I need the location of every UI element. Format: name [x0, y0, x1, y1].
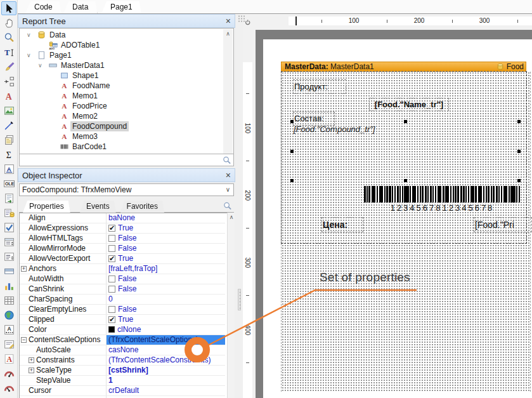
- tree-scrollbar[interactable]: ∧ ∨: [223, 29, 233, 164]
- tree-item-foodprice[interactable]: AFoodPrice: [20, 101, 223, 111]
- close-icon[interactable]: ×: [226, 170, 231, 180]
- tree-search-input[interactable]: [21, 155, 211, 165]
- memo-product-label[interactable]: Продукт:: [294, 81, 345, 93]
- grid-toggle-icon[interactable]: [237, 15, 250, 25]
- checkbox-icon[interactable]: [108, 225, 115, 232]
- property-value[interactable]: crDefault: [107, 386, 225, 395]
- property-row-canshrink[interactable]: CanShrinkFalse: [20, 284, 225, 295]
- property-value[interactable]: [fraLeft,fraTop]: [107, 264, 225, 274]
- pdf-object-icon[interactable]: A: [1, 352, 16, 366]
- panel-splitter[interactable]: [235, 14, 243, 398]
- memo-price-label[interactable]: Цена:: [323, 218, 362, 231]
- listbox-object-icon[interactable]: [1, 235, 16, 249]
- tab-page1[interactable]: Page1: [101, 1, 141, 13]
- inspector-tab-properties[interactable]: Properties: [23, 201, 70, 213]
- selection-handle[interactable]: [517, 120, 521, 123]
- property-row-clipped[interactable]: ClippedTrue: [20, 315, 225, 325]
- inspector-tab-events[interactable]: Events: [80, 201, 116, 213]
- property-row-charspacing[interactable]: CharSpacing0: [20, 295, 225, 305]
- search-icon[interactable]: [223, 201, 232, 211]
- property-value[interactable]: False: [107, 284, 225, 294]
- checkbox-icon[interactable]: [108, 255, 115, 262]
- property-row-color[interactable]: ColorclNone: [20, 325, 225, 335]
- property-value[interactable]: False: [107, 234, 225, 243]
- property-value[interactable]: (TfrxContentScaleOptions): [107, 335, 225, 345]
- map-object-icon[interactable]: [1, 308, 16, 322]
- property-row-allowhtmltags[interactable]: AllowHTMLTagsFalse: [20, 234, 225, 244]
- checkbox-icon[interactable]: [108, 286, 115, 293]
- barcode-object[interactable]: [364, 186, 521, 202]
- shape-object-icon[interactable]: [1, 264, 16, 278]
- gauge-object-icon[interactable]: [1, 366, 16, 380]
- property-value[interactable]: False: [107, 274, 225, 284]
- property-row-contentscaleoptions[interactable]: −ContentScaleOptions(TfrxContentScaleOpt…: [20, 335, 225, 345]
- property-value[interactable]: True: [107, 254, 225, 263]
- tree-item-memo2[interactable]: AMemo2: [20, 111, 223, 121]
- selection-handle[interactable]: [517, 179, 521, 182]
- text-object-icon[interactable]: A: [1, 89, 16, 103]
- property-row-anchors[interactable]: +Anchors[fraLeft,fraTop]: [20, 264, 225, 274]
- tree-expander-icon[interactable]: ∨: [38, 60, 42, 70]
- scroll-up-icon[interactable]: ∧: [223, 29, 233, 38]
- clone-object-icon[interactable]: [1, 133, 16, 147]
- tab-data[interactable]: Data: [63, 1, 97, 13]
- barcode-object-icon[interactable]: A: [1, 322, 16, 336]
- line-object-icon[interactable]: [1, 118, 16, 132]
- checkbox-icon[interactable]: [108, 306, 115, 313]
- property-row-allowvectorexport[interactable]: AllowVectorExportTrue: [20, 254, 225, 264]
- table-object-icon[interactable]: [1, 293, 16, 307]
- tree-item-memo3[interactable]: AMemo3: [20, 131, 223, 142]
- tree-item-foodcompound[interactable]: AFoodCompound: [20, 121, 223, 131]
- property-value[interactable]: True: [107, 223, 225, 233]
- tree-item-page1[interactable]: ∨Page1: [20, 50, 223, 60]
- tree-item-memo1[interactable]: AMemo1: [20, 91, 223, 101]
- checkbox-icon[interactable]: [108, 245, 115, 252]
- picture-object-icon[interactable]: [1, 103, 16, 117]
- combobox-object-icon[interactable]: [1, 249, 16, 263]
- splitter-grip[interactable]: [238, 289, 241, 310]
- ole-object-icon[interactable]: OLE: [1, 176, 16, 190]
- masterdata-band-header[interactable]: MasterData: MasterData1 Food: [281, 62, 526, 72]
- format-copy-tool-icon[interactable]: [1, 60, 16, 74]
- memo-price-expression[interactable]: [Food."Pri: [475, 218, 531, 231]
- property-value[interactable]: 1: [107, 376, 225, 385]
- property-value[interactable]: (TfrxContentScaleConstraints): [107, 355, 225, 365]
- tree-expander-icon[interactable]: ∨: [27, 50, 31, 60]
- property-row-cursor[interactable]: CursorcrDefault: [20, 386, 225, 396]
- property-row-autoscale[interactable]: AutoScalecasNone: [20, 345, 225, 355]
- memo-foodcompound-selected[interactable]: [Food."Compound_tr"]: [292, 122, 519, 181]
- system-text-object-icon[interactable]: A: [1, 162, 16, 176]
- select-tool-icon[interactable]: [1, 1, 16, 15]
- property-row-scaletype[interactable]: +ScaleType[cstShrink]: [20, 366, 225, 376]
- db-fields-object-icon[interactable]: [1, 206, 16, 220]
- property-value[interactable]: True: [107, 315, 225, 324]
- property-row-align[interactable]: AlignbaNone: [20, 213, 225, 223]
- editor-object-icon[interactable]: [1, 337, 16, 351]
- checkbox-object-icon[interactable]: [1, 220, 16, 234]
- checkbox-icon[interactable]: [108, 235, 115, 242]
- property-grid-scrollbar[interactable]: ∧: [227, 213, 235, 398]
- property-row-constraints[interactable]: +Constraints(TfrxContentScaleConstraints…: [20, 355, 225, 366]
- selection-handle[interactable]: [290, 150, 294, 153]
- property-value[interactable]: 0: [107, 295, 225, 304]
- hand-tool-icon[interactable]: [1, 16, 16, 30]
- object-selector-dropdown[interactable]: FoodCompound: TfrxMemoView ∨: [19, 183, 234, 196]
- tree-item-adotable1[interactable]: ADOADOTable1: [20, 40, 223, 50]
- memo-foodname-expression[interactable]: [Food."Name_tr"]: [370, 99, 448, 110]
- band-structure-tool-icon[interactable]: [1, 74, 16, 88]
- property-value[interactable]: clNone: [107, 325, 225, 335]
- property-row-allowmirrormode[interactable]: AllowMirrorModeFalse: [20, 244, 225, 254]
- property-value[interactable]: [cstShrink]: [107, 366, 225, 375]
- tree-expander-icon[interactable]: ∨: [27, 30, 31, 40]
- tree-item-masterdata1[interactable]: ∨MasterData1: [20, 60, 223, 70]
- subreport-object-icon[interactable]: [1, 191, 16, 205]
- selection-handle[interactable]: [290, 179, 294, 182]
- inspector-tab-favorites[interactable]: Favorites: [120, 201, 164, 213]
- checkbox-icon[interactable]: [108, 316, 115, 323]
- checkbox-icon[interactable]: [108, 275, 115, 282]
- tree-item-shape1[interactable]: Shape1: [20, 70, 223, 81]
- selection-handle[interactable]: [517, 150, 521, 153]
- search-icon[interactable]: [222, 156, 231, 165]
- tree-item-foodname[interactable]: AFoodName: [20, 81, 223, 91]
- scroll-up-icon[interactable]: ∧: [228, 213, 235, 222]
